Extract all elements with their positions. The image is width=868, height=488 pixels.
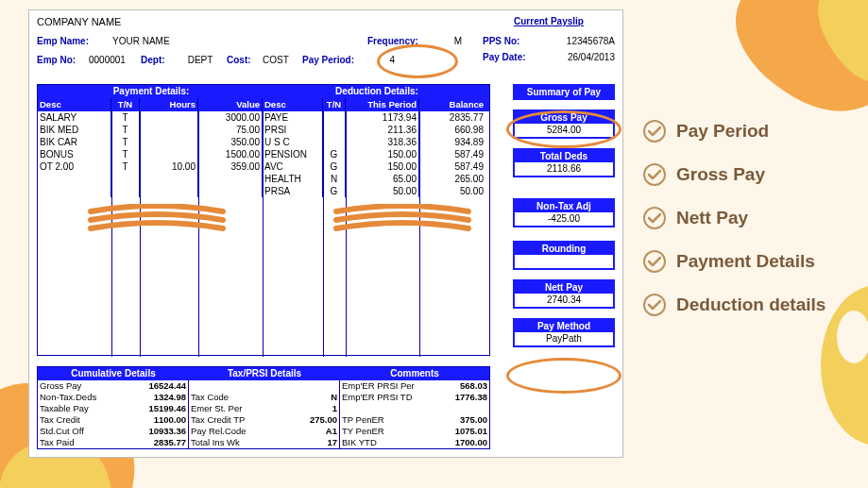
nontax-title: Non-Tax Adj: [515, 200, 613, 212]
dcol-tn: T/N: [323, 98, 346, 111]
gross-pay-value: 5284.00: [515, 124, 613, 137]
pay-method-value: PayPath: [515, 332, 613, 345]
checklist-item: Deduction details: [642, 293, 859, 317]
table-row: SALARYT3000.00PAYE1173.942835.77: [38, 111, 489, 124]
svg-point-5: [644, 251, 665, 272]
current-payslip-title: Current Payslip: [483, 16, 615, 26]
check-circle-icon: [642, 293, 667, 317]
gross-pay-title: Gross Pay: [515, 111, 613, 124]
checklist-label: Payment Details: [676, 251, 815, 272]
table-row: Emer St. Per1: [189, 403, 339, 414]
checklist-label: Deduction details: [676, 294, 825, 315]
emp-no-label: Emp No:: [37, 55, 89, 65]
dept-label: Dept:: [141, 55, 174, 65]
summary-title: Summary of Pay: [515, 86, 613, 98]
emp-no: 0000001: [89, 55, 141, 65]
rounding-title: Rounding: [515, 243, 613, 255]
emp-name: YOUR NAME: [112, 36, 207, 46]
rounding-value: [515, 255, 613, 268]
table-row: BIK MEDT75.00PRSI211.36660.98: [38, 124, 489, 136]
table-row: Emp'ER PRSI Per568.03: [340, 380, 489, 392]
table-row: Tax Credit1100.00: [38, 414, 188, 426]
checklist-label: Pay Period: [676, 121, 769, 142]
table-row: Non-Tax.Deds1324.98: [38, 392, 188, 403]
nett-pay-title: Nett Pay: [515, 281, 613, 294]
cumulative-title: Cumulative Details: [38, 367, 189, 380]
cost-label: Cost:: [227, 55, 263, 65]
table-row: Tax CodeN: [189, 392, 339, 403]
checklist: Pay PeriodGross PayNett PayPayment Detai…: [642, 119, 859, 336]
svg-point-6: [644, 294, 665, 315]
check-circle-icon: [642, 249, 667, 274]
comments-title: Comments: [340, 367, 489, 380]
total-deds-title: Total Deds: [515, 150, 613, 162]
table-row: BIK YTD1700.00: [340, 437, 489, 448]
table-row: Emp'ER PRSI TD1776.38: [340, 392, 489, 403]
checklist-item: Gross Pay: [642, 162, 859, 187]
details-table: Payment Details: Deduction Details: Desc…: [37, 84, 490, 356]
checklist-item: Payment Details: [642, 249, 859, 274]
summary-column: Summary of Pay Gross Pay5284.00 Total De…: [513, 84, 615, 357]
cost-value: COST: [263, 55, 302, 65]
table-row: Total Ins Wk17: [189, 437, 339, 448]
table-row: Pay Rel.CodeA1: [189, 426, 339, 437]
table-row: [340, 403, 489, 414]
pay-period-value: 4: [366, 55, 395, 65]
col-hours: Hours: [140, 98, 198, 111]
svg-point-4: [644, 208, 665, 228]
table-row: Tax Credit TP275.00: [189, 414, 339, 426]
checklist-item: Nett Pay: [642, 206, 859, 230]
payslip-document: COMPANY NAME Emp Name: YOUR NAME Frequen…: [28, 9, 623, 458]
svg-point-2: [644, 121, 665, 142]
pps-value: 12345678A: [567, 36, 615, 46]
table-row: Tax Paid2835.77: [38, 437, 188, 448]
emp-name-label: Emp Name:: [37, 36, 112, 46]
check-circle-icon: [642, 162, 667, 187]
table-row: Taxable Pay15199.46: [38, 403, 188, 414]
table-row: TP PenER375.00: [340, 414, 489, 426]
total-deds-value: 2118.66: [515, 162, 613, 176]
pay-date-label: Pay Date:: [483, 52, 526, 62]
svg-point-3: [644, 164, 665, 185]
table-row: BIK CART350.00U S C318.36934.89: [38, 136, 489, 148]
table-row: PRSAG50.0050.00: [38, 185, 489, 197]
bottom-table: Cumulative Details Tax/PRSI Details Comm…: [37, 366, 490, 449]
table-row: TY PenER1075.01: [340, 426, 489, 437]
nontax-value: -425.00: [515, 212, 613, 226]
dept-value: DEPT: [174, 55, 227, 65]
nett-pay-value: 2740.34: [515, 294, 613, 307]
deduction-details-title: Deduction Details:: [264, 85, 489, 98]
dcol-this: This Period: [346, 98, 419, 111]
frequency-value: M: [434, 36, 462, 46]
frequency-label: Frequency:: [367, 36, 434, 46]
col-tn: T/N: [111, 98, 140, 111]
check-circle-icon: [642, 119, 667, 143]
pay-method-title: Pay Method: [515, 320, 613, 332]
check-circle-icon: [642, 206, 667, 230]
table-row: Gross Pay16524.44: [38, 380, 188, 392]
table-row: Std.Cut Off10933.36: [38, 426, 188, 437]
pay-date-value: 26/04/2013: [568, 52, 615, 62]
col-value: Value: [198, 98, 263, 111]
checklist-label: Gross Pay: [676, 164, 765, 185]
taxprsi-title: Tax/PRSI Details: [189, 367, 340, 380]
checklist-item: Pay Period: [642, 119, 859, 143]
table-row: HEALTHN65.00265.00: [38, 173, 489, 185]
table-row: BONUST1500.00PENSIONG150.00587.49: [38, 148, 489, 160]
col-desc: Desc: [38, 98, 111, 111]
table-row: OT 2.00T10.00359.00AVCG150.00587.49: [38, 160, 489, 173]
dcol-bal: Balance: [419, 98, 485, 111]
payment-details-title: Payment Details:: [38, 85, 264, 98]
annotation-nett-pay: [506, 358, 621, 394]
pay-period-label: Pay Period:: [302, 55, 366, 65]
checklist-label: Nett Pay: [676, 208, 748, 228]
dcol-desc: Desc: [263, 98, 323, 111]
pps-label: PPS No:: [483, 36, 519, 46]
